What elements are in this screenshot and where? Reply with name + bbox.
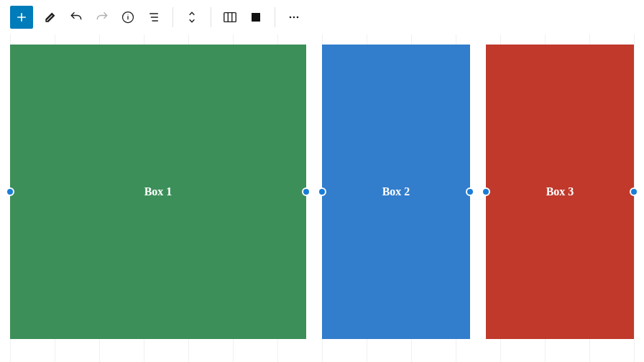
column-box-1[interactable]: Box 1 (10, 45, 306, 339)
columns-block-button[interactable] (217, 4, 243, 30)
pencil-icon (43, 10, 58, 24)
box-label: Box 3 (546, 185, 574, 198)
outline-button[interactable] (141, 4, 167, 30)
toolbar-divider (172, 7, 173, 27)
color-button[interactable] (243, 4, 269, 30)
resize-handle-right[interactable] (302, 187, 310, 196)
document-tools (10, 4, 167, 30)
block-toolbar (0, 0, 644, 34)
tools-button[interactable] (37, 4, 63, 30)
block-tools (179, 4, 205, 30)
columns-icon (222, 9, 238, 25)
column-box-3[interactable]: Box 3 (486, 45, 634, 339)
more-options-button[interactable] (281, 4, 307, 30)
resize-handle-right[interactable] (466, 187, 474, 196)
svg-point-4 (293, 17, 295, 19)
resize-handle-right[interactable] (630, 187, 638, 196)
move-icon (185, 9, 199, 25)
svg-point-3 (290, 17, 292, 19)
svg-rect-1 (224, 13, 236, 22)
outline-icon (147, 10, 161, 24)
color-swatch-icon (249, 11, 262, 24)
resize-handle-left[interactable] (318, 187, 326, 196)
redo-icon (95, 10, 109, 24)
columns-block[interactable]: Box 1 Box 2 Box 3 (10, 45, 634, 339)
resize-handle-left[interactable] (482, 187, 490, 196)
toolbar-divider (275, 7, 275, 27)
toolbar-divider (211, 7, 211, 27)
inserter-button[interactable] (10, 6, 33, 29)
svg-rect-2 (252, 13, 260, 22)
undo-icon (69, 10, 83, 24)
box-label: Box 2 (382, 185, 410, 198)
plus-icon (14, 10, 29, 24)
resize-handle-left[interactable] (6, 187, 14, 196)
ellipsis-icon (287, 10, 301, 24)
svg-point-5 (297, 17, 299, 19)
redo-button[interactable] (89, 4, 115, 30)
column-box-2[interactable]: Box 2 (322, 45, 470, 339)
block-type-tools (217, 4, 269, 30)
undo-button[interactable] (63, 4, 89, 30)
move-button[interactable] (179, 4, 205, 30)
info-icon (121, 10, 135, 24)
info-button[interactable] (115, 4, 141, 30)
box-label: Box 1 (144, 185, 172, 198)
